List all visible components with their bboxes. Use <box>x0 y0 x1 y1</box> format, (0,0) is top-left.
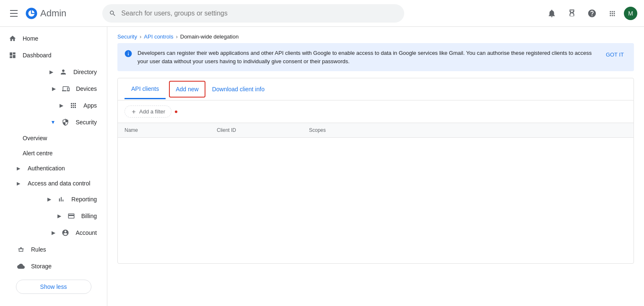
breadcrumb-sep-2: › <box>176 33 177 40</box>
sidebar-item-account[interactable]: ▶ Account <box>0 224 104 241</box>
dashboard-icon <box>8 51 17 59</box>
sidebar-item-reporting[interactable]: ▶ Reporting <box>0 191 104 208</box>
header: Admin M <box>0 0 644 27</box>
table-body <box>118 138 634 263</box>
search-bar[interactable] <box>102 4 404 23</box>
sidebar-item-home[interactable]: Home <box>0 30 104 47</box>
app-name: Admin <box>40 8 66 19</box>
tab-download-client-info[interactable]: Download client info <box>209 80 268 98</box>
table-container: API clients Add new Download client info… <box>117 78 634 264</box>
account-icon <box>61 229 70 237</box>
notification-button[interactable] <box>543 5 560 22</box>
menu-button[interactable] <box>7 7 21 20</box>
authentication-chevron-icon: ▶ <box>17 166 20 171</box>
main-layout: Home Dashboard ▶ Directory ▶ Devices <box>0 27 644 306</box>
plus-icon <box>131 109 137 115</box>
security-chevron-icon: ▼ <box>51 119 56 125</box>
column-client-id: Client ID <box>217 127 309 133</box>
filter-indicator <box>175 111 177 113</box>
apps-icon <box>69 101 78 110</box>
sidebar-item-dashboard[interactable]: Dashboard <box>0 47 104 64</box>
reporting-chevron-icon: ▶ <box>47 196 51 202</box>
header-left: Admin <box>7 7 99 20</box>
tab-add-new[interactable]: Add new <box>169 81 205 98</box>
search-icon <box>109 10 116 17</box>
logo[interactable]: Admin <box>25 7 66 20</box>
sidebar-item-billing[interactable]: ▶ Billing <box>0 208 104 224</box>
tabs-row: API clients Add new Download client info <box>118 78 634 100</box>
table-headers: Name Client ID Scopes <box>118 123 634 138</box>
creditcard-icon <box>67 212 75 220</box>
got-it-button[interactable]: GOT IT <box>602 49 627 61</box>
main-content: Security › API controls › Domain-wide de… <box>107 27 644 306</box>
billing-chevron-icon: ▶ <box>57 213 61 219</box>
person-icon <box>59 68 68 76</box>
apps-chevron-icon: ▶ <box>60 103 63 108</box>
column-scopes: Scopes <box>309 127 627 133</box>
home-icon <box>8 34 17 43</box>
timer-button[interactable] <box>564 5 580 22</box>
tab-api-clients[interactable]: API clients <box>125 80 166 99</box>
breadcrumb-api-controls[interactable]: API controls <box>144 33 173 40</box>
filter-row: Add a filter <box>118 100 634 123</box>
google-logo-icon <box>25 7 38 20</box>
breadcrumb-security[interactable]: Security <box>117 33 137 40</box>
sidebar-item-apps[interactable]: ▶ Apps <box>0 97 104 114</box>
account-chevron-icon: ▶ <box>52 230 55 236</box>
info-banner: Developers can register their web applic… <box>117 43 634 71</box>
cloud-icon <box>17 262 25 270</box>
bell-icon <box>547 9 556 18</box>
hourglass-icon <box>567 9 576 18</box>
sidebar-subitem-alert-centre[interactable]: Alert centre <box>0 146 107 161</box>
add-filter-button[interactable]: Add a filter <box>125 105 171 118</box>
info-icon <box>124 49 132 61</box>
rules-icon <box>17 245 25 254</box>
help-icon <box>587 9 597 18</box>
breadcrumb-current: Domain-wide delegation <box>180 33 239 40</box>
shield-icon <box>61 118 70 126</box>
column-name: Name <box>125 127 217 133</box>
show-less-button[interactable]: Show less <box>16 280 91 294</box>
sidebar-item-directory[interactable]: ▶ Directory <box>0 64 104 80</box>
grid-icon <box>608 9 617 18</box>
apps-grid-button[interactable] <box>604 5 621 22</box>
sidebar-item-storage[interactable]: Storage <box>0 258 104 275</box>
directory-chevron-icon: ▶ <box>49 69 53 75</box>
sidebar-subitem-overview[interactable]: Overview <box>0 131 107 146</box>
header-right: M <box>543 5 637 22</box>
avatar[interactable]: M <box>624 7 637 20</box>
sidebar-subitem-access-data-control[interactable]: ▶ Access and data control <box>0 176 107 191</box>
sidebar-item-security[interactable]: ▼ Security <box>0 114 104 131</box>
search-input[interactable] <box>121 10 397 17</box>
devices-chevron-icon: ▶ <box>52 86 56 92</box>
access-chevron-icon: ▶ <box>17 181 20 186</box>
sidebar: Home Dashboard ▶ Directory ▶ Devices <box>0 27 107 306</box>
sidebar-item-rules[interactable]: Rules <box>0 241 104 258</box>
breadcrumb: Security › API controls › Domain-wide de… <box>107 27 644 43</box>
devices-icon <box>62 85 70 93</box>
info-banner-text: Developers can register their web applic… <box>138 49 597 65</box>
sidebar-item-devices[interactable]: ▶ Devices <box>0 80 104 97</box>
barchart-icon <box>57 195 65 203</box>
sidebar-subitem-authentication[interactable]: ▶ Authentication <box>0 161 107 176</box>
help-button[interactable] <box>584 5 600 22</box>
breadcrumb-sep-1: › <box>140 33 141 40</box>
